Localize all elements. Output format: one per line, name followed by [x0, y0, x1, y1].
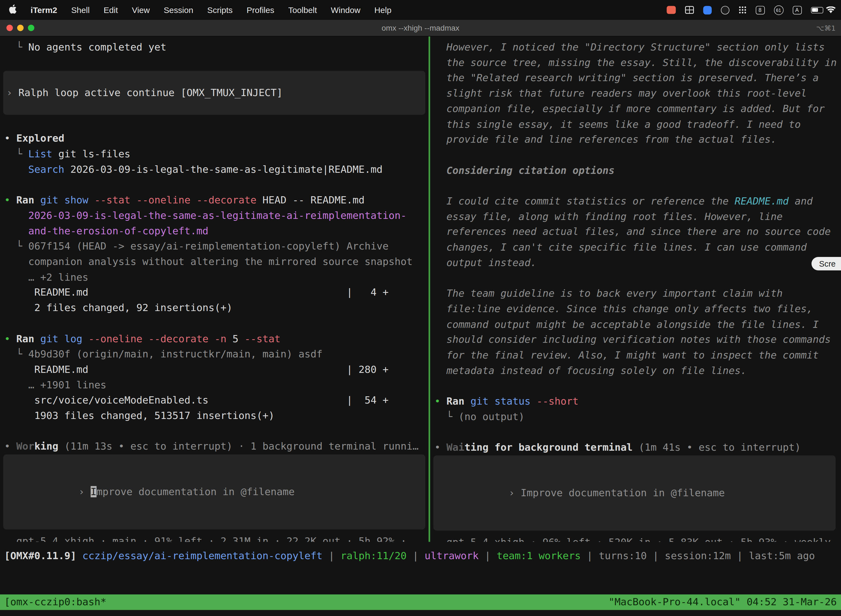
- terminal-line: Search 2026-03-09-is-legal-the-same-as-l…: [4, 162, 429, 177]
- close-button[interactable]: [6, 25, 13, 31]
- window-shortcut-badge: ⌥⌘1: [816, 24, 841, 32]
- terminal-line: Considering citation options: [435, 163, 839, 178]
- apple-menu-icon[interactable]: [9, 4, 16, 16]
- window-title: omx --xhigh --madmax: [0, 24, 841, 32]
- screen-edge-button[interactable]: Scre: [812, 257, 841, 270]
- window-grid-icon[interactable]: [684, 6, 694, 14]
- wifi-icon[interactable]: [826, 6, 836, 13]
- menu-window[interactable]: Window: [331, 5, 360, 15]
- terminal-line: README.md | 280 +: [4, 362, 429, 378]
- menu-session[interactable]: Session: [164, 5, 193, 15]
- ralph-banner-lines: › Ralph loop active continue [OMX_TMUX_I…: [6, 85, 421, 100]
- tmux-panes: └ No agents completed yet › Ralph loop a…: [0, 37, 841, 542]
- battery-gauge-icon[interactable]: 61: [774, 5, 783, 15]
- terminal-line: └ (no output): [435, 409, 839, 425]
- menu-help[interactable]: Help: [374, 5, 391, 15]
- blue-app-icon[interactable]: [703, 6, 711, 14]
- tmux-session-name: [omx-cczip0:bash*: [4, 594, 107, 610]
- prompt-chevron: ›: [508, 487, 521, 498]
- screen-recording-icon[interactable]: [666, 6, 675, 14]
- terminal-line: └ 4b9d30f (origin/main, instructkr/main,…: [4, 347, 429, 362]
- terminal-line: • Explored: [4, 131, 429, 147]
- menu-scripts[interactable]: Scripts: [207, 5, 233, 15]
- terminal-line: I could cite commit statistics or refere…: [435, 194, 839, 271]
- menu-edit[interactable]: Edit: [104, 5, 118, 15]
- menu-bar: iTerm2 Shell Edit View Session Scripts P…: [0, 0, 841, 20]
- terminal-line: gpt-5.4 xhigh · 96% left · 520K in · 5.8…: [435, 535, 839, 542]
- terminal-line: README.md | 4 +: [4, 285, 429, 301]
- menu-view[interactable]: View: [132, 5, 150, 15]
- left-output-top: └ No agents completed yet: [4, 40, 429, 55]
- right-bottom-area: › Improve documentation in @filename gpt…: [435, 455, 839, 542]
- omx-session-status: [OMX#0.11.9] cczip/essay/ai-reimplementa…: [0, 549, 841, 564]
- menu-profiles[interactable]: Profiles: [247, 5, 274, 15]
- minimize-button[interactable]: [17, 25, 23, 31]
- input-source-icon[interactable]: A: [793, 6, 801, 14]
- menubar-status-icons: 8 61 A: [666, 5, 835, 15]
- terminal-line: 1903 files changed, 513517 insertions(+): [4, 408, 429, 424]
- terminal-line: • Ran git show --stat --oneline --decora…: [4, 193, 429, 208]
- apps-grid-icon[interactable]: [738, 6, 746, 14]
- menu-toolbelt[interactable]: Toolbelt: [288, 5, 317, 15]
- right-output-body: However, I noticed the "Directory Struct…: [435, 40, 839, 455]
- terminal: └ No agents completed yet › Ralph loop a…: [0, 37, 841, 616]
- terminal-line: › Ralph loop active continue [OMX_TMUX_I…: [6, 85, 421, 100]
- input-placeholder: Improve documentation in @filename: [521, 487, 725, 498]
- command-input-right[interactable]: › Improve documentation in @filename: [434, 455, 836, 531]
- ralph-loop-banner: › Ralph loop active continue [OMX_TMUX_I…: [3, 70, 425, 115]
- left-output-body: • Explored└ List git ls-filesSearch 2026…: [4, 131, 429, 455]
- terminal-line: • Waiting for background terminal (1m 41…: [435, 440, 839, 455]
- terminal-line: └ No agents completed yet: [4, 40, 429, 55]
- terminal-line: • Ran git log --oneline --decorate -n 5 …: [4, 331, 429, 347]
- input-placeholder: mprove documentation in @filename: [97, 486, 294, 497]
- left-status-line: gpt-5.4 xhigh · main · 91% left · 2.31M …: [4, 534, 429, 542]
- battery-icon[interactable]: [811, 7, 817, 13]
- left-pane: └ No agents completed yet › Ralph loop a…: [0, 37, 428, 542]
- passkey-icon[interactable]: 8: [756, 6, 765, 14]
- zoom-button[interactable]: [28, 25, 34, 31]
- tmux-host-clock: "MacBook-Pro-44.local" 04:52 31-Mar-26: [609, 594, 837, 610]
- right-pane: However, I noticed the "Directory Struct…: [430, 37, 841, 542]
- traffic-lights: [0, 25, 34, 31]
- terminal-line: However, I noticed the "Directory Struct…: [435, 40, 839, 148]
- right-status-line: gpt-5.4 xhigh · 96% left · 520K in · 5.8…: [435, 535, 839, 542]
- terminal-line: • Working (11m 13s • esc to interrupt) ·…: [4, 439, 429, 455]
- terminal-line: • Ran git status --short: [435, 394, 839, 409]
- terminal-line: gpt-5.4 xhigh · main · 91% left · 2.31M …: [4, 534, 429, 542]
- command-input-left[interactable]: › Improve documentation in @filename: [3, 455, 425, 529]
- dark-app-icon[interactable]: [721, 6, 729, 14]
- terminal-line: … +2 lines: [4, 270, 429, 285]
- window-titlebar: omx --xhigh --madmax ⌥⌘1: [0, 20, 841, 37]
- terminal-line: src/voice/voiceModeEnabled.ts | 54 +: [4, 393, 429, 408]
- terminal-line: … +1901 lines: [4, 378, 429, 393]
- tmux-status-bar: [omx-cczip0:bash* "MacBook-Pro-44.local"…: [0, 594, 841, 610]
- left-bottom-area: › Improve documentation in @filename gpt…: [4, 455, 429, 542]
- terminal-line: The team guideline is to back every impo…: [435, 286, 839, 378]
- terminal-line: [OMX#0.11.9] cczip/essay/ai-reimplementa…: [4, 549, 841, 564]
- prompt-chevron: ›: [78, 486, 91, 497]
- terminal-line: └ List git ls-files: [4, 147, 429, 162]
- terminal-line: 2 files changed, 92 insertions(+): [4, 301, 429, 316]
- menu-shell[interactable]: Shell: [71, 5, 90, 15]
- screen: iTerm2 Shell Edit View Session Scripts P…: [0, 0, 841, 616]
- text-cursor: I: [91, 486, 97, 497]
- terminal-line: └ 067f154 (HEAD -> essay/ai-reimplementa…: [4, 239, 429, 270]
- terminal-line: 2026-03-09-is-legal-the-same-as-legitima…: [4, 208, 407, 239]
- app-menu-iterm2[interactable]: iTerm2: [31, 5, 57, 15]
